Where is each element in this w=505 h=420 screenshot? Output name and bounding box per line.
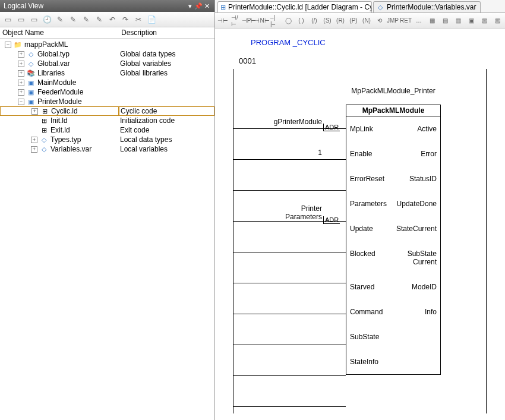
tree-toggle[interactable]: − [18,99,24,105]
fb-output-active[interactable]: Active [417,125,437,133]
tree-row-init-ld[interactable]: ⊞Init.ldInitialization code [0,116,214,125]
adr-parameters[interactable]: ADR [323,216,340,224]
tree-toggle[interactable]: + [18,61,24,67]
editor-toolbar-btn-21[interactable]: ▨ [492,15,503,26]
variables-icon: ◇ [376,3,384,11]
pane-dropdown-icon[interactable]: ▾ [186,2,194,10]
tree-toggle[interactable]: + [31,108,38,115]
left-toolbar-btn-5[interactable]: ✎ [68,14,78,25]
editor-toolbar-btn-5[interactable]: ◯ [283,15,293,26]
file-icon: ◇ [26,50,36,58]
tree-row-feedermodule[interactable]: +▣FeederModule [0,87,214,97]
fb-input-starved[interactable]: Starved [350,283,374,291]
tree-toggle[interactable]: + [18,80,24,86]
tree-row-global-typ[interactable]: +◇Global.typGlobal data types [0,49,214,59]
fb-input-mplink[interactable]: MpLink [350,125,373,133]
fb-output-info[interactable]: Info [425,308,437,316]
editor-toolbar-btn-7[interactable]: (/) [309,15,320,26]
editor-toolbar-btn-10[interactable]: (P) [348,15,359,26]
col-header-desc[interactable]: Description [121,29,212,37]
editor-toolbar-btn-15[interactable]: … [414,15,424,26]
left-toolbar-btn-6[interactable]: ✎ [81,14,91,25]
editor-toolbar-btn-1[interactable]: ⊣/⊢ [231,15,241,26]
tree-toggle[interactable]: − [5,42,11,48]
editor-toolbar-btn-4[interactable]: –| |– [270,15,280,26]
fb-input-blocked[interactable]: Blocked [350,250,375,266]
tab-1[interactable]: ◇PrinterModule::Variables.var [373,1,481,12]
tree-row-mainmodule[interactable]: +▣MainModule [0,78,214,87]
tree-toggle[interactable]: + [31,137,37,143]
left-toolbar-btn-9[interactable]: ↷ [120,14,131,25]
pane-pin-icon[interactable]: 📌 [194,2,203,10]
fb-output-updatedone[interactable]: UpdateDone [397,200,437,208]
tree-row-global-var[interactable]: +◇Global.varGlobal variables [0,59,214,68]
left-toolbar-btn-10[interactable]: ✂ [133,14,144,25]
fb-row-substate: SubState [346,324,440,349]
fb-row-enable: EnableError [346,141,440,166]
tree-row-types-typ[interactable]: +◇Types.typLocal data types [0,135,214,144]
editor-toolbar-btn-11[interactable]: (N) [361,15,372,26]
tree-toggle[interactable]: + [31,146,37,153]
fb-type-name: MpPackMLModule [346,105,440,116]
fb-row-starved: StarvedModeID [346,274,440,299]
editor-toolbar-btn-19[interactable]: ▣ [466,15,476,26]
editor-toolbar-btn-18[interactable]: ▥ [453,15,463,26]
signal-mplink[interactable]: gPrinterModule [269,118,322,126]
adr-mplink[interactable]: ADR [323,124,340,131]
editor-toolbar-btn-20[interactable]: ▧ [479,15,490,26]
left-toolbar-btn-0[interactable]: ▭ [2,14,13,25]
editor-toolbar-btn-6[interactable]: ( ) [296,15,307,26]
tree-toggle[interactable]: + [18,51,24,58]
col-header-name[interactable]: Object Name [2,29,121,37]
fb-output-statecurrent[interactable]: StateCurrent [396,225,437,233]
editor-toolbar-btn-9[interactable]: (R) [335,15,346,26]
left-toolbar-btn-1[interactable]: ▭ [15,14,26,25]
fb-output-modeid[interactable]: ModeID [412,283,437,291]
left-toolbar-btn-3[interactable]: 🕘 [42,14,52,25]
editor-toolbar-btn-17[interactable]: ▤ [440,15,450,26]
tree-row-printermodule[interactable]: −▣PrinterModule [0,97,214,106]
pkg-icon: ▣ [26,97,36,106]
fb-input-stateinfo[interactable]: StateInfo [350,358,378,366]
tab-0[interactable]: ⊞PrinterModule::Cyclic.ld [Ladder Diagra… [217,1,372,12]
left-toolbar-btn-4[interactable]: ✎ [55,14,65,25]
fb-input-update[interactable]: Update [350,225,373,233]
editor-toolbar-btn-8[interactable]: (S) [322,15,333,26]
left-toolbar-btn-2[interactable]: ▭ [29,14,39,25]
ladder-editor[interactable]: PROGRAM _CYCLIC 0001 MpPackMLModule_Prin… [215,29,505,420]
tree-row-cyclic-ld[interactable]: +⊞Cyclic.ldCyclic code [0,106,214,116]
tab-bar: ⊞PrinterModule::Cyclic.ld [Ladder Diagra… [215,0,505,13]
fb-input-errorreset[interactable]: ErrorReset [350,175,384,183]
fb-output-error[interactable]: Error [421,150,437,158]
signal-enable[interactable]: 1 [269,149,322,157]
tree-toggle[interactable]: + [18,89,24,96]
left-toolbar-btn-8[interactable]: ↶ [107,14,118,25]
fb-input-substate[interactable]: SubState [350,333,379,341]
editor-toolbar-btn-12[interactable]: ⟲ [374,15,385,26]
tree-toggle[interactable]: + [18,70,24,77]
tree-row-exit-ld[interactable]: ⊞Exit.ldExit code [0,125,214,135]
fb-input-parameters[interactable]: Parameters [350,200,387,208]
editor-toolbar-btn-14[interactable]: RET [400,15,411,26]
signal-parameters[interactable]: PrinterParameters [269,204,322,221]
tree-label: mappPackML [24,40,68,49]
editor-toolbar-btn-2[interactable]: ⊣P⊢ [244,15,254,26]
fb-input-command[interactable]: Command [350,308,383,316]
fb-output-statusid[interactable]: StatusID [409,175,437,183]
tree-row-libraries[interactable]: +📚LibrariesGlobal libraries [0,68,214,78]
tree-row-mapppackml[interactable]: −📁mappPackML [0,40,214,49]
editor-toolbar-btn-13[interactable]: JMP [387,15,398,26]
left-toolbar-btn-7[interactable]: ✎ [94,14,105,25]
editor-toolbar-btn-16[interactable]: ▦ [427,15,437,26]
fb-instance-name[interactable]: MpPackMLModule_Printer [346,87,441,95]
pane-close-icon[interactable]: ✕ [203,2,211,10]
left-toolbar-btn-11[interactable]: 📄 [146,14,157,25]
editor-toolbar-btn-0[interactable]: ⊣⊢ [217,15,228,26]
function-block[interactable]: MpPackMLModule MpLinkActiveEnableErrorEr… [346,105,441,375]
logical-view-pane: Logical View ▾ 📌 ✕ ▭▭▭🕘✎✎✎✎↶↷✂📄 Object N… [0,0,215,420]
fb-output-substatecurrent[interactable]: SubStateCurrent [408,250,437,266]
fb-input-enable[interactable]: Enable [350,150,372,158]
editor-toolbar-btn-3[interactable]: ⊣N⊢ [257,15,267,26]
tree-row-variables-var[interactable]: +◇Variables.varLocal variables [0,144,214,154]
ld-icon: ⊞ [39,116,49,125]
